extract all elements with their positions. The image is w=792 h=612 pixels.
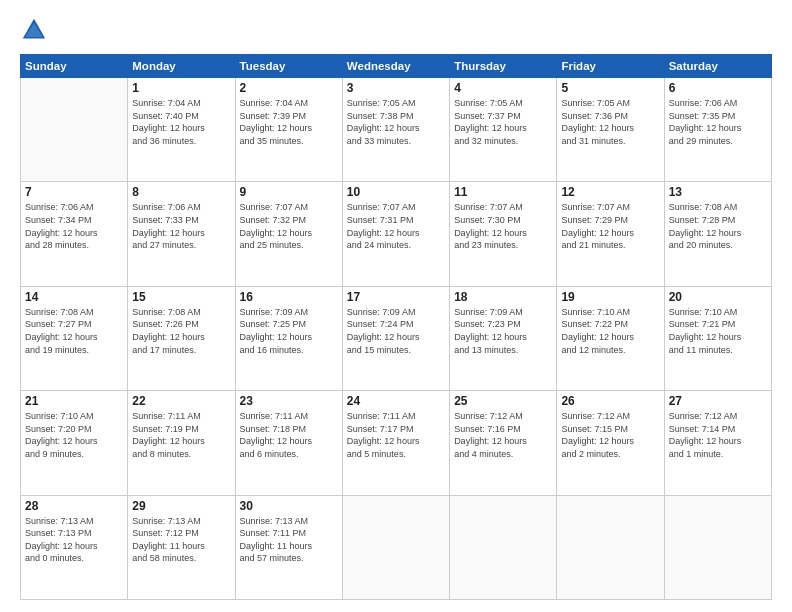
- calendar-cell: [557, 495, 664, 599]
- day-info: Sunrise: 7:07 AM Sunset: 7:31 PM Dayligh…: [347, 201, 445, 251]
- calendar-cell: 2Sunrise: 7:04 AM Sunset: 7:39 PM Daylig…: [235, 78, 342, 182]
- day-info: Sunrise: 7:08 AM Sunset: 7:26 PM Dayligh…: [132, 306, 230, 356]
- day-info: Sunrise: 7:10 AM Sunset: 7:21 PM Dayligh…: [669, 306, 767, 356]
- calendar-cell: 30Sunrise: 7:13 AM Sunset: 7:11 PM Dayli…: [235, 495, 342, 599]
- day-info: Sunrise: 7:12 AM Sunset: 7:15 PM Dayligh…: [561, 410, 659, 460]
- weekday-header-sunday: Sunday: [21, 55, 128, 78]
- day-info: Sunrise: 7:06 AM Sunset: 7:33 PM Dayligh…: [132, 201, 230, 251]
- day-info: Sunrise: 7:06 AM Sunset: 7:34 PM Dayligh…: [25, 201, 123, 251]
- day-info: Sunrise: 7:08 AM Sunset: 7:27 PM Dayligh…: [25, 306, 123, 356]
- day-number: 12: [561, 185, 659, 199]
- calendar-cell: 23Sunrise: 7:11 AM Sunset: 7:18 PM Dayli…: [235, 391, 342, 495]
- day-number: 22: [132, 394, 230, 408]
- calendar-cell: 10Sunrise: 7:07 AM Sunset: 7:31 PM Dayli…: [342, 182, 449, 286]
- day-number: 7: [25, 185, 123, 199]
- day-number: 20: [669, 290, 767, 304]
- calendar-cell: 18Sunrise: 7:09 AM Sunset: 7:23 PM Dayli…: [450, 286, 557, 390]
- day-info: Sunrise: 7:07 AM Sunset: 7:30 PM Dayligh…: [454, 201, 552, 251]
- day-info: Sunrise: 7:11 AM Sunset: 7:17 PM Dayligh…: [347, 410, 445, 460]
- calendar-cell: 11Sunrise: 7:07 AM Sunset: 7:30 PM Dayli…: [450, 182, 557, 286]
- day-number: 14: [25, 290, 123, 304]
- calendar-cell: 16Sunrise: 7:09 AM Sunset: 7:25 PM Dayli…: [235, 286, 342, 390]
- calendar-cell: 24Sunrise: 7:11 AM Sunset: 7:17 PM Dayli…: [342, 391, 449, 495]
- calendar-cell: 6Sunrise: 7:06 AM Sunset: 7:35 PM Daylig…: [664, 78, 771, 182]
- week-row-1: 7Sunrise: 7:06 AM Sunset: 7:34 PM Daylig…: [21, 182, 772, 286]
- day-number: 17: [347, 290, 445, 304]
- calendar-cell: 9Sunrise: 7:07 AM Sunset: 7:32 PM Daylig…: [235, 182, 342, 286]
- calendar-cell: 4Sunrise: 7:05 AM Sunset: 7:37 PM Daylig…: [450, 78, 557, 182]
- weekday-header-friday: Friday: [557, 55, 664, 78]
- day-info: Sunrise: 7:05 AM Sunset: 7:36 PM Dayligh…: [561, 97, 659, 147]
- day-number: 11: [454, 185, 552, 199]
- calendar-cell: 3Sunrise: 7:05 AM Sunset: 7:38 PM Daylig…: [342, 78, 449, 182]
- calendar-cell: 5Sunrise: 7:05 AM Sunset: 7:36 PM Daylig…: [557, 78, 664, 182]
- day-info: Sunrise: 7:13 AM Sunset: 7:12 PM Dayligh…: [132, 515, 230, 565]
- calendar-cell: 25Sunrise: 7:12 AM Sunset: 7:16 PM Dayli…: [450, 391, 557, 495]
- page-header: [20, 16, 772, 44]
- day-info: Sunrise: 7:04 AM Sunset: 7:40 PM Dayligh…: [132, 97, 230, 147]
- day-number: 25: [454, 394, 552, 408]
- day-number: 28: [25, 499, 123, 513]
- day-info: Sunrise: 7:12 AM Sunset: 7:14 PM Dayligh…: [669, 410, 767, 460]
- day-number: 19: [561, 290, 659, 304]
- day-number: 3: [347, 81, 445, 95]
- calendar-cell: 21Sunrise: 7:10 AM Sunset: 7:20 PM Dayli…: [21, 391, 128, 495]
- calendar-cell: 17Sunrise: 7:09 AM Sunset: 7:24 PM Dayli…: [342, 286, 449, 390]
- day-number: 15: [132, 290, 230, 304]
- week-row-3: 21Sunrise: 7:10 AM Sunset: 7:20 PM Dayli…: [21, 391, 772, 495]
- calendar-cell: [450, 495, 557, 599]
- day-number: 21: [25, 394, 123, 408]
- calendar-cell: 20Sunrise: 7:10 AM Sunset: 7:21 PM Dayli…: [664, 286, 771, 390]
- calendar-cell: 29Sunrise: 7:13 AM Sunset: 7:12 PM Dayli…: [128, 495, 235, 599]
- day-number: 18: [454, 290, 552, 304]
- weekday-header-monday: Monday: [128, 55, 235, 78]
- day-info: Sunrise: 7:11 AM Sunset: 7:19 PM Dayligh…: [132, 410, 230, 460]
- calendar-cell: 8Sunrise: 7:06 AM Sunset: 7:33 PM Daylig…: [128, 182, 235, 286]
- day-number: 27: [669, 394, 767, 408]
- day-number: 30: [240, 499, 338, 513]
- day-number: 23: [240, 394, 338, 408]
- day-info: Sunrise: 7:07 AM Sunset: 7:29 PM Dayligh…: [561, 201, 659, 251]
- calendar-cell: [21, 78, 128, 182]
- week-row-4: 28Sunrise: 7:13 AM Sunset: 7:13 PM Dayli…: [21, 495, 772, 599]
- day-info: Sunrise: 7:09 AM Sunset: 7:23 PM Dayligh…: [454, 306, 552, 356]
- calendar-cell: 1Sunrise: 7:04 AM Sunset: 7:40 PM Daylig…: [128, 78, 235, 182]
- calendar-cell: 28Sunrise: 7:13 AM Sunset: 7:13 PM Dayli…: [21, 495, 128, 599]
- calendar-table: SundayMondayTuesdayWednesdayThursdayFrid…: [20, 54, 772, 600]
- week-row-2: 14Sunrise: 7:08 AM Sunset: 7:27 PM Dayli…: [21, 286, 772, 390]
- calendar-cell: 19Sunrise: 7:10 AM Sunset: 7:22 PM Dayli…: [557, 286, 664, 390]
- day-number: 26: [561, 394, 659, 408]
- calendar-cell: 14Sunrise: 7:08 AM Sunset: 7:27 PM Dayli…: [21, 286, 128, 390]
- logo: [20, 16, 52, 44]
- day-info: Sunrise: 7:13 AM Sunset: 7:11 PM Dayligh…: [240, 515, 338, 565]
- calendar-cell: [664, 495, 771, 599]
- day-info: Sunrise: 7:12 AM Sunset: 7:16 PM Dayligh…: [454, 410, 552, 460]
- calendar-cell: 27Sunrise: 7:12 AM Sunset: 7:14 PM Dayli…: [664, 391, 771, 495]
- day-number: 9: [240, 185, 338, 199]
- day-number: 6: [669, 81, 767, 95]
- day-info: Sunrise: 7:10 AM Sunset: 7:20 PM Dayligh…: [25, 410, 123, 460]
- day-info: Sunrise: 7:10 AM Sunset: 7:22 PM Dayligh…: [561, 306, 659, 356]
- logo-icon: [20, 16, 48, 44]
- day-number: 16: [240, 290, 338, 304]
- day-number: 10: [347, 185, 445, 199]
- day-info: Sunrise: 7:11 AM Sunset: 7:18 PM Dayligh…: [240, 410, 338, 460]
- weekday-header-thursday: Thursday: [450, 55, 557, 78]
- day-number: 13: [669, 185, 767, 199]
- day-number: 24: [347, 394, 445, 408]
- day-info: Sunrise: 7:05 AM Sunset: 7:38 PM Dayligh…: [347, 97, 445, 147]
- day-number: 5: [561, 81, 659, 95]
- day-info: Sunrise: 7:09 AM Sunset: 7:25 PM Dayligh…: [240, 306, 338, 356]
- calendar-cell: 7Sunrise: 7:06 AM Sunset: 7:34 PM Daylig…: [21, 182, 128, 286]
- day-number: 4: [454, 81, 552, 95]
- day-info: Sunrise: 7:08 AM Sunset: 7:28 PM Dayligh…: [669, 201, 767, 251]
- day-info: Sunrise: 7:13 AM Sunset: 7:13 PM Dayligh…: [25, 515, 123, 565]
- weekday-header-wednesday: Wednesday: [342, 55, 449, 78]
- calendar-cell: 22Sunrise: 7:11 AM Sunset: 7:19 PM Dayli…: [128, 391, 235, 495]
- weekday-header-row: SundayMondayTuesdayWednesdayThursdayFrid…: [21, 55, 772, 78]
- calendar-cell: [342, 495, 449, 599]
- day-info: Sunrise: 7:05 AM Sunset: 7:37 PM Dayligh…: [454, 97, 552, 147]
- day-info: Sunrise: 7:04 AM Sunset: 7:39 PM Dayligh…: [240, 97, 338, 147]
- day-number: 1: [132, 81, 230, 95]
- day-info: Sunrise: 7:06 AM Sunset: 7:35 PM Dayligh…: [669, 97, 767, 147]
